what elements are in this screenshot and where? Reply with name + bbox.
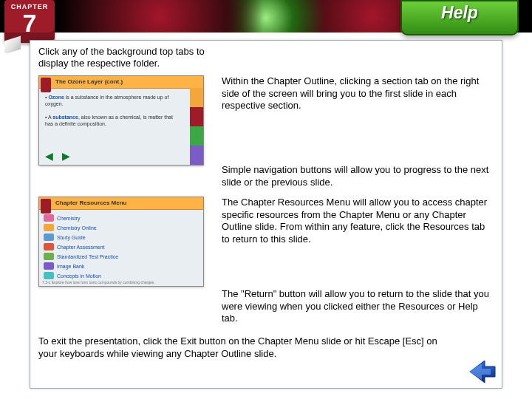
thumb2-title: Chapter Resources Menu <box>55 200 126 206</box>
help-tab-label: Help <box>400 0 519 25</box>
para-resources: The Chapter Resources Menu will allow yo… <box>222 197 494 246</box>
para-outline: Within the Chapter Outline, clicking a s… <box>222 75 494 112</box>
thumb2-items: ChemistryChemistry OnlineStudy GuideChap… <box>44 212 199 279</box>
row-return: The "Return" button will allow you to re… <box>38 288 494 325</box>
return-button[interactable] <box>463 358 498 386</box>
help-tab[interactable]: Help <box>400 0 519 35</box>
para-exit: To exit the presentation, click the Exit… <box>38 335 451 360</box>
thumbnail-chapter-outline: The Ozone Layer (cont.) • Ozone is a sub… <box>38 75 204 166</box>
thumb1-body: • Ozone is a substance in the atmosphere… <box>45 94 181 127</box>
para-return: The "Return" button will allow you to re… <box>222 288 494 325</box>
intro-text: Click any of the background top tabs to … <box>38 46 231 70</box>
slide-stage: CHAPTER 7 Help Click any of the backgrou… <box>0 0 532 399</box>
para-nav: Simple navigation buttons will allow you… <box>222 164 494 188</box>
chapter-number: 7 <box>4 9 55 38</box>
row-outline: The Ozone Layer (cont.) • Ozone is a sub… <box>38 75 494 166</box>
row-resources: Chapter Resources Menu ChemistryChemistr… <box>38 197 494 287</box>
thumb1-nav-arrows: ◀ ▶ <box>45 150 73 162</box>
thumb1-section-tabs <box>190 88 203 165</box>
page-curl-icon <box>4 35 21 54</box>
thumbnail-chapter-resources: Chapter Resources Menu ChemistryChemistr… <box>38 197 204 287</box>
chapter-tab[interactable]: CHAPTER 7 <box>4 0 55 43</box>
thumb2-footer: 7.3-1 Explore how ions form ionic compou… <box>42 280 200 284</box>
return-arrow-icon <box>463 358 498 386</box>
row-nav: Simple navigation buttons will allow you… <box>38 164 494 188</box>
thumb1-title: The Ozone Layer (cont.) <box>55 78 123 85</box>
